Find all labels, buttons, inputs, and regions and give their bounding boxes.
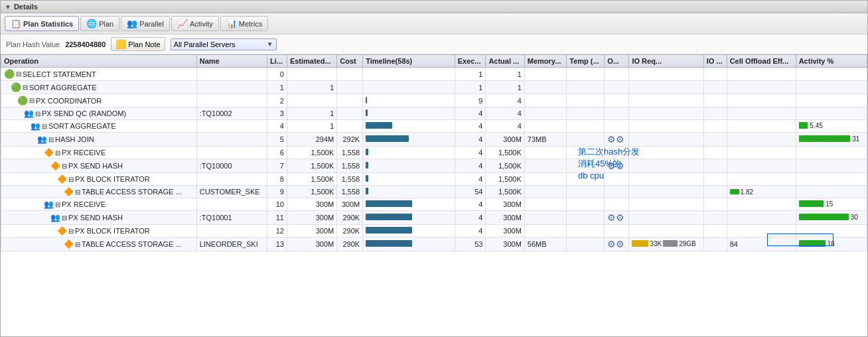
op-expand[interactable]: ⊟ [55,149,60,157]
tab-plan[interactable]: 🌐 Plan [80,16,119,31]
server-select-dropdown[interactable]: All Parallel Servers ▼ [171,38,277,50]
row-icon-multi: 👥 [50,213,60,222]
row-icon-multi-orange: 🔶 [57,226,67,236]
activity-bar [799,240,826,247]
op-text: SELECT STATEMENT [23,70,96,78]
hash-label: Plan Hash Value [6,40,60,48]
col-operation: Operation [1,55,197,68]
op-expand[interactable]: ⊟ [68,228,74,235]
tab-plan-statistics[interactable]: 📋 Plan Statistics [5,16,79,31]
li-cell: 6 [267,147,287,159]
cell-offload-cell [727,133,796,147]
temp-cell [567,120,605,133]
exec-cell: 53 [455,237,486,251]
cost-cell: 290K [337,237,363,251]
col-io-req: IO Req... [629,55,703,68]
activity-cell: 31 [796,133,867,147]
li-cell: 8 [267,173,287,186]
op-expand[interactable]: ⊟ [62,214,67,222]
op-cell: 🔶 ⊟ TABLE ACCESS STORAGE ... [1,237,197,251]
op-expand[interactable]: ⊟ [42,123,47,130]
exec-cell: 4 [455,120,486,133]
op-text: PX RECEIVE [62,149,106,157]
op-cell: 👥 ⊟ HASH JOIN [1,133,197,147]
li-cell: 13 [267,237,287,251]
name-cell [196,198,267,211]
exec-cell: 4 [455,211,486,225]
cell-offload-cell [727,107,796,120]
activity-cell [796,173,867,186]
tab-activity[interactable]: 📈 Activity [171,16,219,31]
plan-note-label: Plan Note [128,40,160,48]
col-timeline: Timeline(58s) [363,55,455,68]
activity-cell [796,147,867,159]
io-req-cell [629,173,703,186]
timeline-bar [366,135,409,142]
timeline-bar [366,162,368,168]
op-expand[interactable]: ⊟ [16,70,21,78]
collapse-icon[interactable]: ▼ [5,3,11,11]
io-req-cell [629,81,703,94]
temp-cell [567,159,605,173]
actual-cell: 300M [486,211,524,225]
temp-cell [567,81,605,94]
op-expand[interactable]: ⊟ [23,84,28,91]
temp-cell [567,133,605,147]
name-cell: CUSTOMER_SKE [196,186,267,198]
estimated-cell: 1,500K [287,159,336,173]
col-name: Name [196,55,267,68]
plan-note-button[interactable]: 🟨 Plan Note [111,37,165,51]
tab-activity-label: Activity [190,20,213,28]
table-row: 👥 ⊟ PX SEND HASH :TQ10001 11 300M 290K 4… [1,211,867,225]
table-row: 👥 ⊟ PX RECEIVE 10 300M 300M 4 300M 15 [1,198,867,211]
actual-cell: 1,500K [486,186,524,198]
o-cell [605,120,629,133]
estimated-cell: 1 [287,120,336,133]
col-actual: Actual ... [486,55,524,68]
row-icon-multi: 👥 [37,135,47,144]
timeline-cell [363,211,455,225]
li-cell: 11 [267,211,287,225]
hash-value: 2258404880 [65,40,106,48]
activity-value: 16 [828,240,835,247]
op-expand[interactable]: ⊟ [62,163,67,170]
op-expand[interactable]: ⊟ [48,136,54,143]
op-expand[interactable]: ⊟ [75,241,80,248]
estimated-cell: 1 [287,107,336,120]
op-expand[interactable]: ⊟ [68,176,74,183]
io-req-cell [629,147,703,159]
memory-cell: 73MB [524,133,566,147]
gear-icon: ⚙⚙ [607,161,624,171]
toolbar: 📋 Plan Statistics 🌐 Plan 👥 Parallel 📈 Ac… [1,13,867,34]
actual-cell: 300M [486,198,524,211]
temp-cell [567,237,605,251]
activity-cell [796,94,867,107]
op-expand[interactable]: ⊟ [75,188,80,196]
op-expand[interactable]: ⊟ [29,97,35,104]
op-expand[interactable]: ⊟ [35,110,40,117]
estimated-cell: 300M [287,237,336,251]
cell-offload-cell [727,94,796,107]
tab-metrics[interactable]: 📊 Metrics [220,16,268,31]
temp-cell [567,68,605,81]
li-cell: 12 [267,225,287,237]
cell-offload-cell [727,225,796,237]
activity-cell: 16 [796,237,867,251]
temp-cell [567,147,605,159]
io-cell [703,211,727,225]
exec-cell: 4 [455,198,486,211]
tab-parallel[interactable]: 👥 Parallel [121,16,170,31]
o-cell [605,186,629,198]
table-row: 👥 ⊟ SORT AGGREGATE 4 1 4 4 5.45 [1,120,867,133]
activity-cell: 31 [799,135,860,143]
memory-cell [524,120,566,133]
row-icon-multi-orange: 🔶 [64,239,74,249]
table-header-row: Operation Name Li... Estimated... Cost T… [1,55,867,68]
estimated-cell: 300M [287,198,336,211]
activity-cell: 30 [796,211,867,225]
estimated-cell: 300M [287,211,336,225]
o-cell [605,81,629,94]
op-expand[interactable]: ⊟ [55,201,60,208]
gear-icon: ⚙⚙ [607,134,624,145]
name-cell [196,94,267,107]
